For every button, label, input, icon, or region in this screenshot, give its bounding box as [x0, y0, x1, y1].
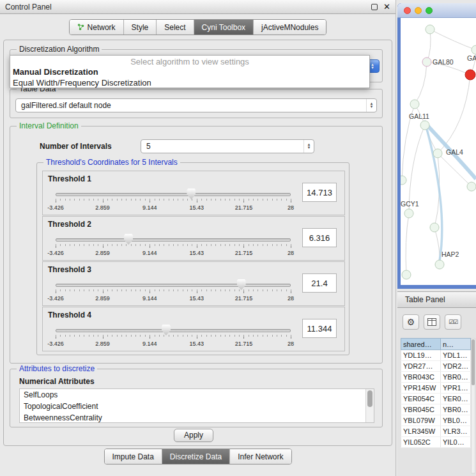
zoom-traffic-light[interactable] — [426, 7, 433, 14]
table-data-group: Table Data galFiltered.sif default node … — [10, 89, 383, 118]
table-row[interactable]: YIL052CYIL0… — [401, 437, 471, 448]
network-node[interactable] — [426, 25, 434, 34]
apply-button[interactable]: Apply — [174, 429, 213, 442]
threshold-slider[interactable]: -3.4262.8599.14415.4321.71528 — [56, 279, 291, 307]
network-node[interactable] — [467, 182, 476, 191]
column-selector-button[interactable] — [424, 314, 440, 330]
threshold-value[interactable]: 11.344 — [302, 319, 337, 338]
tab-jactivemnodules[interactable]: jActiveMNodules — [253, 20, 326, 35]
node-label: GAL11 — [409, 112, 429, 120]
list-scrollbar-thumb[interactable] — [367, 390, 372, 407]
table-cell: YDR27… — [401, 361, 441, 372]
network-node[interactable] — [472, 45, 476, 54]
tab-cyni-toolbox[interactable]: Cyni Toolbox — [194, 20, 253, 35]
slider-minor-ticks — [56, 289, 291, 291]
table-scrollbar-thumb[interactable] — [472, 339, 475, 385]
list-item[interactable]: BetweennessCentrality — [20, 412, 374, 423]
threshold-slider[interactable]: -3.4262.8599.14415.4321.71528 — [56, 188, 291, 216]
table-data-combo[interactable]: galFiltered.sif default node ▲ ▼ — [15, 98, 377, 112]
scale-label: -3.426 — [47, 204, 64, 211]
down-arrow-icon: ▼ — [371, 66, 374, 70]
scale-label: 28 — [288, 250, 294, 256]
slider-thumb[interactable] — [187, 188, 196, 199]
close-traffic-light[interactable] — [404, 7, 411, 14]
num-intervals-combo[interactable]: 5 ▲ ▼ — [141, 139, 314, 153]
popup-item[interactable]: Equal Width/Frequency Discretization — [10, 77, 369, 88]
numerical-attributes-listbox[interactable]: SelfLoopsTopologicalCoefficientBetweenne… — [19, 388, 374, 423]
table-scrollbar[interactable] — [471, 338, 475, 473]
minimize-traffic-light[interactable] — [415, 7, 422, 14]
float-window-icon[interactable] — [371, 4, 378, 10]
slider-track[interactable] — [56, 329, 291, 332]
combo-stepper-icon[interactable]: ▲ ▼ — [366, 99, 376, 112]
network-node[interactable] — [410, 100, 419, 109]
screen: Control Panel ✕ NetworkStyleSelectCyni T… — [0, 0, 476, 476]
network-node[interactable] — [420, 121, 429, 130]
network-node[interactable] — [435, 260, 444, 269]
slider-thumb[interactable] — [162, 325, 171, 335]
scale-label: 21.715 — [235, 250, 253, 256]
slider-track[interactable] — [56, 193, 291, 196]
list-item[interactable]: SelfLoops — [20, 389, 374, 401]
network-node[interactable] — [404, 209, 413, 218]
node-label: GAL80 — [433, 58, 454, 66]
network-node[interactable] — [465, 70, 475, 80]
table-panel-toolbar: ⚙ ☑☑ — [403, 314, 461, 330]
network-window-titlebar[interactable] — [397, 3, 476, 18]
slider-thumb[interactable] — [124, 234, 133, 245]
table-row[interactable]: YDR27…YDR2… — [401, 361, 471, 372]
table-cell: YIL052C — [401, 437, 441, 448]
popup-item[interactable]: Manual Discretization — [10, 66, 369, 77]
threshold-value[interactable]: 21.4 — [302, 273, 337, 293]
numerical-attributes-list: SelfLoopsTopologicalCoefficientBetweenne… — [20, 389, 374, 423]
threshold-box: Threshold 1 -3.4262.8599.14415.4321.7152… — [42, 171, 345, 215]
tab-network[interactable]: Network — [70, 20, 123, 35]
combo-stepper-icon[interactable]: ▲ ▼ — [303, 140, 314, 153]
scale-label: -3.426 — [47, 250, 64, 256]
table-row[interactable]: YBR043CYBR0… — [401, 372, 471, 383]
threshold-list: Threshold 1 -3.4262.8599.14415.4321.7152… — [42, 171, 345, 352]
tab-impute-data[interactable]: Impute Data — [104, 449, 161, 464]
tab-discretize-data[interactable]: Discretize Data — [162, 449, 229, 464]
close-icon[interactable]: ✕ — [383, 0, 390, 14]
network-node[interactable] — [401, 176, 406, 185]
threshold-slider[interactable]: -3.4262.8599.14415.4321.71528 — [56, 233, 291, 261]
table-row[interactable]: YBL079WYBL0… — [401, 415, 471, 426]
scale-label: -3.426 — [47, 341, 64, 347]
network-node[interactable] — [430, 223, 439, 232]
slider-track[interactable] — [56, 238, 291, 242]
slider-thumb[interactable] — [237, 279, 246, 290]
select-all-attributes-button[interactable]: ☑☑ — [445, 314, 461, 330]
table-row[interactable]: YLR345WYLR3… — [401, 426, 471, 437]
column-header[interactable]: n… — [441, 339, 471, 350]
scale-label: 21.715 — [235, 341, 253, 347]
network-node[interactable] — [422, 58, 431, 66]
list-item[interactable]: TopologicalCoefficient — [20, 401, 374, 412]
slider-minor-ticks — [56, 244, 291, 246]
tab-label: Style — [132, 23, 149, 32]
threshold-slider[interactable]: -3.4262.8599.14415.4321.71528 — [56, 324, 291, 352]
threshold-value[interactable]: 6.316 — [302, 228, 337, 247]
network-node[interactable] — [433, 149, 442, 158]
network-node[interactable] — [402, 270, 411, 279]
table-settings-button[interactable]: ⚙ — [403, 314, 419, 330]
tab-style[interactable]: Style — [123, 20, 157, 35]
threshold-value[interactable]: 14.713 — [302, 183, 337, 202]
table-panel-header[interactable]: Table Panel — [397, 291, 476, 308]
table-row[interactable]: YER054CYER0… — [401, 394, 471, 404]
slider-minor-ticks — [56, 335, 291, 337]
control-panel-window: Control Panel ✕ NetworkStyleSelectCyni T… — [0, 0, 396, 476]
table-row[interactable]: YDL19…YDL1… — [401, 350, 471, 361]
control-panel-titlebar[interactable]: Control Panel ✕ — [0, 0, 395, 14]
table-cell: YBL0… — [441, 415, 471, 426]
network-edge — [427, 29, 431, 62]
tab-select[interactable]: Select — [156, 20, 193, 35]
table-row[interactable]: YBR045CYBR0… — [401, 404, 471, 415]
tab-infer-network[interactable]: Infer Network — [229, 449, 291, 464]
slider-track[interactable] — [56, 284, 291, 287]
scale-label: 21.715 — [235, 295, 253, 302]
table-row[interactable]: YPR145WYPR1… — [401, 383, 471, 394]
network-canvas[interactable]: GAL80GAGAL11GAL4GCY1HAP2 — [401, 18, 476, 285]
list-scrollbar[interactable] — [365, 389, 374, 422]
column-header[interactable]: shared… — [401, 339, 441, 350]
